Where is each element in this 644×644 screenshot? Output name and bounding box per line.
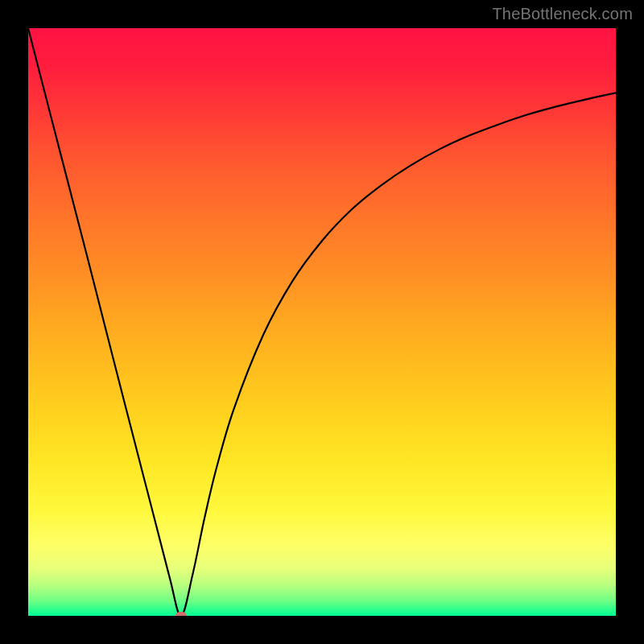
- bottleneck-curve: [28, 28, 616, 616]
- plot-area: [28, 28, 616, 616]
- optimal-point-marker: [175, 612, 187, 616]
- curve-svg: [28, 28, 616, 616]
- watermark-text: TheBottleneck.com: [492, 5, 633, 23]
- chart-frame: TheBottleneck.com: [0, 0, 644, 644]
